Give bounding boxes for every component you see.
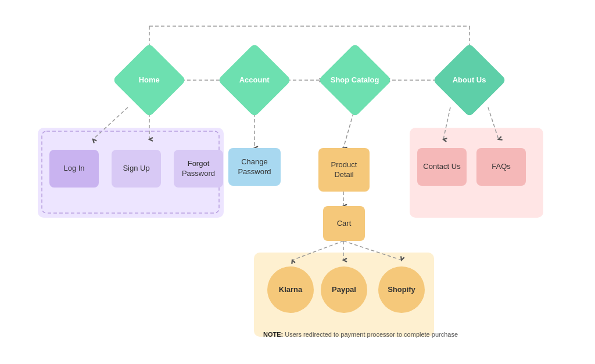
login-node[interactable]: Log In [49,150,99,188]
klarna-node[interactable]: Klarna [267,266,314,313]
shopify-node[interactable]: Shopify [378,266,425,313]
forgot-password-node[interactable]: Forgot Password [174,150,223,188]
faqs-node[interactable]: FAQs [476,148,526,186]
about-us-node[interactable]: About Us [443,54,496,106]
shop-catalog-node[interactable]: Shop Catalog [329,54,381,106]
account-node[interactable]: Account [228,54,281,106]
signup-node[interactable]: Sign Up [112,150,161,188]
home-node[interactable]: Home [123,54,175,106]
change-password-node[interactable]: Change Password [228,148,281,186]
payment-note: NOTE: Users redirected to payment proces… [263,331,458,338]
cart-node[interactable]: Cart [323,206,365,241]
product-detail-node[interactable]: Product Detail [318,148,370,192]
paypal-node[interactable]: Paypal [321,266,367,313]
diagram: Home Account Shop Catalog About Us Log I… [0,0,595,364]
contact-us-node[interactable]: Contact Us [417,148,467,186]
